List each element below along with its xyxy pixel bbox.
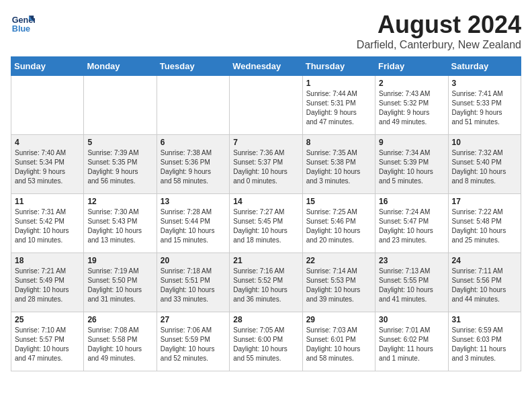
day-info: Sunrise: 7:22 AM Sunset: 5:48 PM Dayligh…	[452, 208, 517, 245]
day-info: Sunrise: 7:41 AM Sunset: 5:33 PM Dayligh…	[452, 89, 517, 127]
day-number: 27	[161, 315, 226, 324]
day-cell-25: 25Sunrise: 7:10 AM Sunset: 5:57 PM Dayli…	[11, 312, 84, 371]
day-info: Sunrise: 7:10 AM Sunset: 5:57 PM Dayligh…	[15, 326, 80, 363]
day-number: 6	[161, 138, 226, 147]
day-number: 20	[161, 256, 226, 265]
day-cell-16: 16Sunrise: 7:24 AM Sunset: 5:47 PM Dayli…	[375, 194, 448, 253]
day-number: 22	[306, 256, 371, 265]
day-cell-15: 15Sunrise: 7:25 AM Sunset: 5:46 PM Dayli…	[302, 194, 375, 253]
empty-cell	[11, 76, 84, 135]
day-info: Sunrise: 7:28 AM Sunset: 5:44 PM Dayligh…	[161, 208, 226, 245]
day-number: 12	[87, 197, 152, 206]
day-info: Sunrise: 7:11 AM Sunset: 5:56 PM Dayligh…	[452, 267, 517, 304]
day-number: 18	[15, 256, 80, 265]
week-row-2: 4Sunrise: 7:40 AM Sunset: 5:34 PM Daylig…	[11, 135, 521, 194]
day-cell-13: 13Sunrise: 7:28 AM Sunset: 5:44 PM Dayli…	[157, 194, 229, 253]
day-info: Sunrise: 7:34 AM Sunset: 5:39 PM Dayligh…	[379, 148, 444, 186]
day-info: Sunrise: 7:30 AM Sunset: 5:43 PM Dayligh…	[87, 208, 152, 245]
week-row-1: 1Sunrise: 7:44 AM Sunset: 5:31 PM Daylig…	[11, 76, 521, 135]
day-cell-20: 20Sunrise: 7:18 AM Sunset: 5:51 PM Dayli…	[157, 253, 229, 312]
day-number: 30	[379, 315, 444, 324]
day-cell-21: 21Sunrise: 7:16 AM Sunset: 5:52 PM Dayli…	[230, 253, 302, 312]
day-number: 4	[15, 138, 80, 147]
day-cell-19: 19Sunrise: 7:19 AM Sunset: 5:50 PM Dayli…	[84, 253, 157, 312]
day-number: 19	[87, 256, 152, 265]
day-cell-26: 26Sunrise: 7:08 AM Sunset: 5:58 PM Dayli…	[84, 312, 157, 371]
day-cell-1: 1Sunrise: 7:44 AM Sunset: 5:31 PM Daylig…	[302, 76, 375, 135]
logo: General Blue	[11, 11, 35, 35]
day-number: 25	[15, 315, 80, 324]
empty-cell	[84, 76, 157, 135]
day-info: Sunrise: 7:35 AM Sunset: 5:38 PM Dayligh…	[306, 148, 371, 186]
day-info: Sunrise: 7:13 AM Sunset: 5:55 PM Dayligh…	[379, 267, 444, 304]
day-info: Sunrise: 7:19 AM Sunset: 5:50 PM Dayligh…	[87, 267, 152, 304]
day-info: Sunrise: 7:43 AM Sunset: 5:32 PM Dayligh…	[379, 89, 444, 127]
day-info: Sunrise: 7:38 AM Sunset: 5:36 PM Dayligh…	[161, 148, 226, 186]
day-info: Sunrise: 7:05 AM Sunset: 6:00 PM Dayligh…	[233, 326, 298, 363]
day-cell-7: 7Sunrise: 7:36 AM Sunset: 5:37 PM Daylig…	[230, 135, 302, 194]
day-cell-24: 24Sunrise: 7:11 AM Sunset: 5:56 PM Dayli…	[448, 253, 521, 312]
day-number: 29	[306, 315, 371, 324]
day-cell-22: 22Sunrise: 7:14 AM Sunset: 5:53 PM Dayli…	[302, 253, 375, 312]
day-number: 3	[452, 79, 517, 88]
day-number: 24	[452, 256, 517, 265]
week-row-4: 18Sunrise: 7:21 AM Sunset: 5:49 PM Dayli…	[11, 253, 521, 312]
day-info: Sunrise: 7:14 AM Sunset: 5:53 PM Dayligh…	[306, 267, 371, 304]
day-cell-17: 17Sunrise: 7:22 AM Sunset: 5:48 PM Dayli…	[448, 194, 521, 253]
week-row-5: 25Sunrise: 7:10 AM Sunset: 5:57 PM Dayli…	[11, 312, 521, 371]
weekday-header-sunday: Sunday	[11, 57, 84, 76]
day-cell-5: 5Sunrise: 7:39 AM Sunset: 5:35 PM Daylig…	[84, 135, 157, 194]
day-cell-3: 3Sunrise: 7:41 AM Sunset: 5:33 PM Daylig…	[448, 76, 521, 135]
logo-icon: General Blue	[11, 11, 35, 35]
day-number: 5	[87, 138, 152, 147]
weekday-header-friday: Friday	[375, 57, 448, 76]
day-number: 15	[306, 197, 371, 206]
day-number: 23	[379, 256, 444, 265]
day-info: Sunrise: 7:18 AM Sunset: 5:51 PM Dayligh…	[161, 267, 226, 304]
day-info: Sunrise: 6:59 AM Sunset: 6:03 PM Dayligh…	[452, 326, 517, 363]
day-info: Sunrise: 7:39 AM Sunset: 5:35 PM Dayligh…	[87, 148, 152, 186]
day-cell-29: 29Sunrise: 7:03 AM Sunset: 6:01 PM Dayli…	[302, 312, 375, 371]
month-title: August 2024	[357, 11, 521, 39]
day-cell-12: 12Sunrise: 7:30 AM Sunset: 5:43 PM Dayli…	[84, 194, 157, 253]
page-header: General Blue August 2024 Darfield, Cante…	[11, 11, 521, 51]
day-info: Sunrise: 7:08 AM Sunset: 5:58 PM Dayligh…	[87, 326, 152, 363]
day-cell-6: 6Sunrise: 7:38 AM Sunset: 5:36 PM Daylig…	[157, 135, 229, 194]
title-block: August 2024 Darfield, Canterbury, New Ze…	[357, 11, 521, 51]
weekday-header-row: SundayMondayTuesdayWednesdayThursdayFrid…	[11, 57, 521, 76]
day-cell-27: 27Sunrise: 7:06 AM Sunset: 5:59 PM Dayli…	[157, 312, 229, 371]
day-number: 1	[306, 79, 371, 88]
empty-cell	[157, 76, 229, 135]
day-info: Sunrise: 7:40 AM Sunset: 5:34 PM Dayligh…	[15, 148, 80, 186]
day-info: Sunrise: 7:16 AM Sunset: 5:52 PM Dayligh…	[233, 267, 298, 304]
day-cell-31: 31Sunrise: 6:59 AM Sunset: 6:03 PM Dayli…	[448, 312, 521, 371]
weekday-header-monday: Monday	[84, 57, 157, 76]
day-info: Sunrise: 7:06 AM Sunset: 5:59 PM Dayligh…	[161, 326, 226, 363]
day-number: 16	[379, 197, 444, 206]
day-number: 9	[379, 138, 444, 147]
svg-text:Blue: Blue	[12, 24, 30, 34]
day-cell-30: 30Sunrise: 7:01 AM Sunset: 6:02 PM Dayli…	[375, 312, 448, 371]
day-cell-23: 23Sunrise: 7:13 AM Sunset: 5:55 PM Dayli…	[375, 253, 448, 312]
day-cell-2: 2Sunrise: 7:43 AM Sunset: 5:32 PM Daylig…	[375, 76, 448, 135]
day-info: Sunrise: 7:27 AM Sunset: 5:45 PM Dayligh…	[233, 208, 298, 245]
location-title: Darfield, Canterbury, New Zealand	[357, 39, 521, 51]
day-cell-18: 18Sunrise: 7:21 AM Sunset: 5:49 PM Dayli…	[11, 253, 84, 312]
day-info: Sunrise: 7:01 AM Sunset: 6:02 PM Dayligh…	[379, 326, 444, 363]
weekday-header-wednesday: Wednesday	[230, 57, 302, 76]
day-number: 13	[161, 197, 226, 206]
day-cell-8: 8Sunrise: 7:35 AM Sunset: 5:38 PM Daylig…	[302, 135, 375, 194]
day-cell-14: 14Sunrise: 7:27 AM Sunset: 5:45 PM Dayli…	[230, 194, 302, 253]
day-number: 28	[233, 315, 298, 324]
day-number: 10	[452, 138, 517, 147]
day-number: 26	[87, 315, 152, 324]
day-info: Sunrise: 7:21 AM Sunset: 5:49 PM Dayligh…	[15, 267, 80, 304]
day-cell-11: 11Sunrise: 7:31 AM Sunset: 5:42 PM Dayli…	[11, 194, 84, 253]
day-info: Sunrise: 7:31 AM Sunset: 5:42 PM Dayligh…	[15, 208, 80, 245]
day-info: Sunrise: 7:24 AM Sunset: 5:47 PM Dayligh…	[379, 208, 444, 245]
day-info: Sunrise: 7:32 AM Sunset: 5:40 PM Dayligh…	[452, 148, 517, 186]
day-info: Sunrise: 7:44 AM Sunset: 5:31 PM Dayligh…	[306, 89, 371, 127]
day-number: 2	[379, 79, 444, 88]
week-row-3: 11Sunrise: 7:31 AM Sunset: 5:42 PM Dayli…	[11, 194, 521, 253]
day-number: 21	[233, 256, 298, 265]
